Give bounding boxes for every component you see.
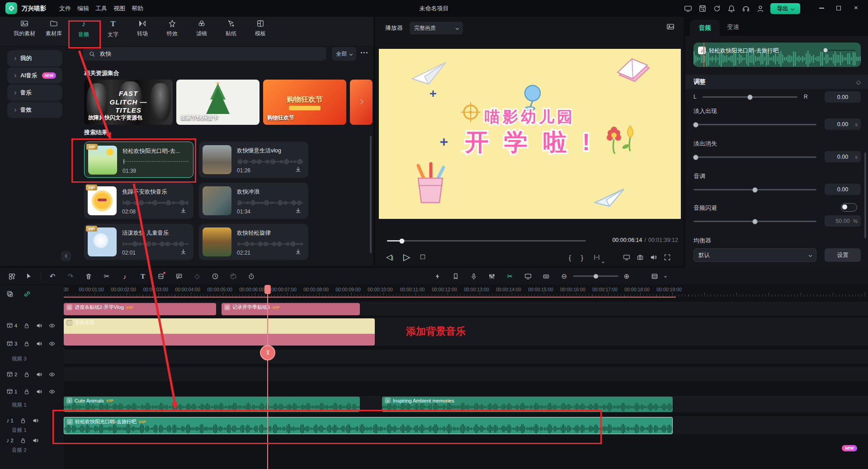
snapshot-camera-icon[interactable] bbox=[637, 254, 644, 261]
sidebar-item-mine[interactable]: 我的 bbox=[7, 50, 62, 66]
tab-templates[interactable]: 模板 bbox=[245, 19, 275, 45]
fade-out-value[interactable]: 0.00s bbox=[825, 151, 861, 162]
stop-icon[interactable]: □ bbox=[420, 252, 425, 261]
select-cursor-icon[interactable] bbox=[24, 272, 33, 281]
sidebar-item-music[interactable]: 音乐 bbox=[7, 85, 62, 101]
track-header-video3[interactable]: 3 bbox=[0, 340, 64, 347]
collection-card-glitch[interactable]: FASTGLITCH —TITLES 故障风快闪文字资源包 bbox=[84, 80, 173, 125]
tab-text[interactable]: T文字 bbox=[98, 19, 128, 45]
playback-progress-bar[interactable] bbox=[387, 240, 586, 242]
split-scissors-icon[interactable]: ✂ bbox=[102, 272, 111, 281]
visibility-icon[interactable] bbox=[49, 322, 55, 329]
progress-knob[interactable] bbox=[400, 238, 405, 243]
export-button[interactable]: 导出 bbox=[770, 3, 800, 14]
mark-in-icon[interactable]: { bbox=[569, 254, 571, 261]
tab-stock-media[interactable]: 素材库 bbox=[39, 19, 69, 45]
inspector-scrollbar[interactable] bbox=[864, 152, 866, 238]
track-header-video1[interactable]: 1 bbox=[0, 388, 64, 395]
snapshot-display-icon[interactable] bbox=[524, 272, 533, 281]
volume-icon[interactable] bbox=[650, 254, 657, 261]
fade-in-value[interactable]: 0.00s bbox=[825, 118, 861, 130]
support-icon[interactable] bbox=[741, 4, 750, 13]
lock-icon[interactable] bbox=[20, 417, 26, 424]
fullscreen-icon[interactable] bbox=[664, 254, 671, 261]
mute-icon[interactable] bbox=[36, 388, 42, 395]
color-palette-icon[interactable] bbox=[229, 272, 238, 281]
preview-image-icon[interactable] bbox=[666, 23, 675, 31]
maximize-button[interactable] bbox=[836, 6, 841, 10]
timeline-zoom-slider[interactable] bbox=[573, 275, 618, 277]
quick-split-icon[interactable]: ✂ bbox=[505, 272, 514, 281]
display-mode-icon[interactable] bbox=[684, 4, 693, 13]
delete-icon[interactable] bbox=[84, 272, 93, 281]
equalizer-preset-dropdown[interactable]: 默认 bbox=[693, 248, 816, 262]
menu-help[interactable]: 帮助 bbox=[132, 5, 143, 13]
clip-background[interactable]: 无色背景 bbox=[64, 318, 375, 346]
download-icon[interactable] bbox=[295, 248, 302, 256]
filter-dropdown[interactable]: 全部 bbox=[332, 47, 356, 61]
range-dropdown-chevron[interactable] bbox=[602, 256, 604, 265]
collection-card-shopping[interactable]: 购物狂欢节 购物狂欢节 bbox=[263, 80, 346, 125]
track-header-video2[interactable]: 2 bbox=[0, 371, 64, 378]
tab-filters[interactable]: 滤镜 bbox=[187, 19, 217, 45]
lock-icon[interactable] bbox=[20, 437, 26, 444]
track-manager-icon[interactable] bbox=[650, 272, 659, 281]
download-icon[interactable] bbox=[180, 248, 187, 256]
save-icon[interactable] bbox=[698, 4, 707, 13]
tab-speed-settings[interactable]: 变速 bbox=[727, 23, 739, 31]
tab-audio-settings[interactable]: 音频 bbox=[690, 20, 720, 36]
mute-icon[interactable] bbox=[33, 437, 39, 444]
sync-icon[interactable] bbox=[712, 4, 722, 13]
shortcut-keyboard-icon[interactable] bbox=[542, 272, 551, 281]
mute-icon[interactable] bbox=[33, 417, 39, 424]
tab-transitions[interactable]: 转场 bbox=[127, 19, 157, 45]
media-scrollbar[interactable] bbox=[370, 136, 372, 253]
add-to-track-icon[interactable] bbox=[6, 290, 14, 298]
ducking-slider[interactable] bbox=[693, 221, 816, 222]
fade-in-slider[interactable] bbox=[693, 124, 816, 125]
zoom-in-icon[interactable]: ⊕ bbox=[622, 272, 631, 281]
menu-view[interactable]: 视图 bbox=[113, 5, 125, 13]
playhead-scissors-button[interactable]: ✂ bbox=[260, 345, 275, 360]
close-button[interactable]: × bbox=[854, 4, 858, 11]
play-icon[interactable]: ▷ bbox=[403, 251, 410, 262]
track-lane-video1[interactable] bbox=[64, 368, 868, 382]
add-text-icon[interactable]: T bbox=[138, 272, 147, 281]
audio-result[interactable]: VIP 活泼欢快 儿童音乐 02:01 bbox=[84, 224, 193, 260]
pitch-slider[interactable] bbox=[693, 189, 816, 190]
more-options-button[interactable] bbox=[361, 52, 368, 53]
fade-out-slider[interactable] bbox=[693, 156, 816, 158]
balance-value[interactable]: 0.00 bbox=[825, 91, 861, 103]
record-voiceover-icon[interactable] bbox=[469, 272, 478, 281]
visibility-icon[interactable] bbox=[49, 341, 55, 347]
balance-slider[interactable] bbox=[703, 96, 797, 98]
audio-mixer-icon[interactable] bbox=[487, 272, 496, 281]
lock-icon[interactable] bbox=[24, 322, 30, 329]
render-preview-icon[interactable] bbox=[433, 272, 442, 281]
audio-result[interactable]: 欢快惬意生活vlog 01:26 bbox=[199, 142, 308, 178]
speed-icon[interactable] bbox=[211, 272, 220, 281]
mark-out-icon[interactable]: } bbox=[581, 254, 583, 261]
pitch-value[interactable]: 0.00 bbox=[825, 184, 861, 195]
audio-result[interactable]: 欢快轻松旋律 02:21 bbox=[199, 224, 308, 260]
range-select-icon[interactable] bbox=[593, 254, 600, 261]
menu-file[interactable]: 文件 bbox=[59, 5, 71, 13]
download-icon[interactable] bbox=[180, 207, 187, 214]
undo-icon[interactable]: ↶ bbox=[48, 272, 57, 281]
timer-icon[interactable] bbox=[247, 272, 256, 281]
track-header-video4[interactable]: 4 bbox=[0, 322, 64, 329]
tab-my-media[interactable]: 我的素材 bbox=[9, 19, 39, 45]
notifications-icon[interactable] bbox=[727, 4, 736, 13]
menu-edit[interactable]: 编辑 bbox=[77, 5, 89, 13]
media-blocks-icon[interactable] bbox=[7, 272, 16, 281]
mute-icon[interactable] bbox=[36, 341, 42, 347]
mute-icon[interactable] bbox=[36, 322, 42, 329]
marker-icon[interactable] bbox=[451, 272, 460, 281]
ducking-toggle[interactable] bbox=[841, 203, 857, 212]
download-icon[interactable] bbox=[295, 207, 302, 214]
scroll-right-chevron[interactable] bbox=[359, 97, 363, 105]
link-clips-icon[interactable] bbox=[24, 290, 31, 298]
tab-stickers[interactable]: 贴纸 bbox=[216, 19, 246, 45]
ducking-value[interactable]: 50.00% bbox=[825, 215, 861, 227]
zoom-out-icon[interactable]: ⊖ bbox=[560, 272, 569, 281]
